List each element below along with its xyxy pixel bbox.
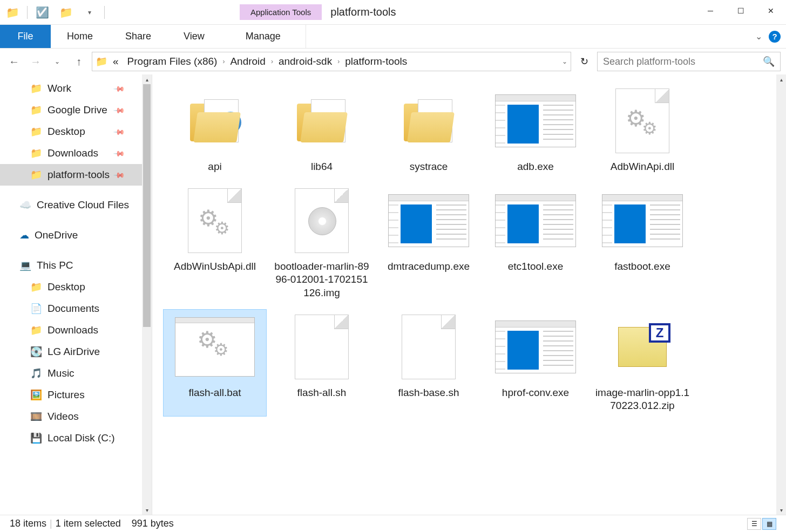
help-icon[interactable]: ?: [769, 31, 781, 43]
sidebar-scrollbar[interactable]: ▴ ▾: [142, 74, 152, 515]
refresh-button[interactable]: ↻: [575, 53, 593, 70]
label: LG AirDrive: [48, 346, 100, 358]
sidebar-item-local-disk-c[interactable]: 💾Local Disk (C:): [0, 427, 142, 449]
downloads-icon: 📁: [30, 147, 42, 159]
navigation-bar: ← → ⌄ ↑ 📁 « Program Files (x86) › Androi…: [0, 49, 786, 74]
tab-view[interactable]: View: [167, 25, 221, 48]
scroll-down-icon[interactable]: ▾: [142, 505, 152, 515]
sidebar-item-pc-documents[interactable]: 📄Documents: [0, 298, 142, 319]
sidebar-item-pc-music[interactable]: 🎵Music: [0, 363, 142, 384]
titlebar: 📁 ☑️ 📁 ▾ Application Tools platform-tool…: [0, 0, 786, 25]
folder-icon[interactable]: 📁: [3, 3, 22, 22]
maximize-button[interactable]: ☐: [726, 0, 756, 22]
sidebar-item-pc-downloads[interactable]: 📁Downloads: [0, 319, 142, 341]
label: Downloads: [48, 324, 98, 336]
close-button[interactable]: ✕: [756, 0, 786, 22]
address-bar[interactable]: 📁 « Program Files (x86) › Android › andr…: [92, 52, 571, 71]
label: Desktop: [48, 126, 85, 138]
breadcrumb-platform-tools[interactable]: platform-tools: [342, 56, 410, 67]
sidebar-item-onedrive[interactable]: ☁OneDrive: [0, 224, 142, 246]
folder-api[interactable]: api: [163, 83, 267, 178]
folder-icon: 📁: [30, 83, 42, 94]
search-icon[interactable]: 🔍: [763, 56, 775, 67]
separator: [104, 6, 105, 19]
label: Downloads: [48, 147, 98, 159]
window-title: platform-tools: [330, 6, 396, 18]
label: This PC: [37, 260, 73, 271]
minimize-button[interactable]: ─: [695, 0, 726, 22]
content-pane: api lib64 systrace adb.exe ⚙ AdbWinApi.d…: [152, 74, 786, 515]
sidebar-item-google-drive[interactable]: 📁Google Drive: [0, 99, 142, 121]
item-label: AdbWinApi.dll: [611, 160, 674, 174]
item-label: bootloader-marlin-8996-012001-1702151126…: [274, 260, 370, 300]
file-dmtracedump-exe[interactable]: dmtracedump.exe: [377, 183, 480, 304]
sidebar-item-downloads[interactable]: 📁Downloads: [0, 142, 142, 164]
breadcrumb-android-sdk[interactable]: android-sdk: [275, 56, 335, 67]
item-label: AdbWinUsbApi.dll: [174, 260, 256, 274]
breadcrumb-prefix: «: [110, 56, 122, 67]
label: Google Drive: [48, 104, 107, 116]
label: Desktop: [48, 281, 85, 293]
expand-ribbon-icon[interactable]: ⌄: [755, 31, 762, 42]
ribbon-tabs: File Home Share View Manage ⌄ ?: [0, 25, 786, 49]
item-label: fastboot.exe: [614, 260, 670, 274]
file-flash-all-bat[interactable]: ⚙ flash-all.bat: [163, 309, 267, 417]
file-image-marlin-zip[interactable]: Z image-marlin-opp1.170223.012.zip: [591, 309, 694, 417]
folder-systrace[interactable]: systrace: [377, 83, 480, 178]
body: 📁Work 📁Google Drive 📁Desktop 📁Downloads …: [0, 74, 786, 515]
tab-share[interactable]: Share: [109, 25, 167, 48]
scroll-up-icon[interactable]: ▴: [776, 74, 786, 84]
sidebar-item-pc-pictures[interactable]: 🖼️Pictures: [0, 384, 142, 406]
folder-lib64[interactable]: lib64: [270, 83, 374, 178]
file-flash-base-sh[interactable]: flash-base.sh: [377, 309, 480, 417]
file-adbwinusbapi-dll[interactable]: ⚙ AdbWinUsbApi.dll: [163, 183, 267, 304]
file-hprof-conv-exe[interactable]: hprof-conv.exe: [484, 309, 587, 417]
breadcrumb-android[interactable]: Android: [227, 56, 269, 67]
sidebar-item-work[interactable]: 📁Work: [0, 78, 142, 99]
scroll-up-icon[interactable]: ▴: [142, 74, 152, 84]
chevron-right-icon[interactable]: ›: [271, 58, 273, 65]
sidebar-item-creative-cloud[interactable]: ☁️Creative Cloud Files: [0, 194, 142, 216]
qat-customize-icon[interactable]: ▾: [80, 3, 99, 22]
breadcrumb-program-files[interactable]: Program Files (x86): [124, 56, 221, 67]
tab-home[interactable]: Home: [51, 25, 109, 48]
chevron-right-icon[interactable]: ›: [222, 58, 225, 65]
label: Creative Cloud Files: [37, 199, 129, 211]
forward-button[interactable]: →: [27, 53, 44, 70]
back-button[interactable]: ←: [5, 53, 23, 70]
tab-file[interactable]: File: [0, 25, 51, 48]
sidebar-item-pc-desktop[interactable]: 📁Desktop: [0, 276, 142, 298]
tab-manage[interactable]: Manage: [221, 25, 306, 48]
file-etc1tool-exe[interactable]: etc1tool.exe: [484, 183, 587, 304]
sidebar-item-this-pc[interactable]: 💻This PC: [0, 255, 142, 276]
up-button[interactable]: ↑: [70, 53, 87, 70]
file-flash-all-sh[interactable]: flash-all.sh: [270, 309, 374, 417]
desktop-icon: 📁: [30, 126, 42, 138]
file-fastboot-exe[interactable]: fastboot.exe: [591, 183, 694, 304]
large-icons-view-button[interactable]: ▦: [762, 518, 776, 530]
address-dropdown-icon[interactable]: ⌄: [562, 58, 567, 65]
file-adbwinapi-dll[interactable]: ⚙ AdbWinApi.dll: [591, 83, 694, 178]
sidebar-item-lg-airdrive[interactable]: 💽LG AirDrive: [0, 341, 142, 363]
drive-icon: 💽: [30, 346, 42, 358]
recent-locations-button[interactable]: ⌄: [49, 53, 66, 70]
file-bootloader-img[interactable]: bootloader-marlin-8996-012001-1702151126…: [270, 183, 374, 304]
sidebar-item-platform-tools[interactable]: 📁platform-tools: [0, 164, 142, 186]
sidebar-item-pc-videos[interactable]: 🎞️Videos: [0, 406, 142, 427]
view-toggle-group: ☰ ▦: [747, 518, 776, 530]
file-adb-exe[interactable]: adb.exe: [484, 83, 587, 178]
details-view-button[interactable]: ☰: [747, 518, 761, 530]
file-list[interactable]: api lib64 systrace adb.exe ⚙ AdbWinApi.d…: [152, 74, 776, 515]
new-folder-icon[interactable]: 📁: [57, 3, 75, 22]
scroll-thumb[interactable]: [143, 84, 151, 327]
context-tab-application-tools[interactable]: Application Tools: [240, 4, 322, 20]
search-input[interactable]: [603, 56, 763, 67]
item-label: flash-all.bat: [188, 386, 241, 400]
sidebar-item-desktop[interactable]: 📁Desktop: [0, 121, 142, 142]
status-item-count: 18 items: [10, 518, 46, 529]
properties-icon[interactable]: ☑️: [33, 3, 51, 22]
search-box[interactable]: 🔍: [597, 52, 781, 71]
chevron-right-icon[interactable]: ›: [337, 58, 340, 65]
scroll-down-icon[interactable]: ▾: [776, 505, 786, 515]
content-scrollbar[interactable]: ▴ ▾: [776, 74, 786, 515]
